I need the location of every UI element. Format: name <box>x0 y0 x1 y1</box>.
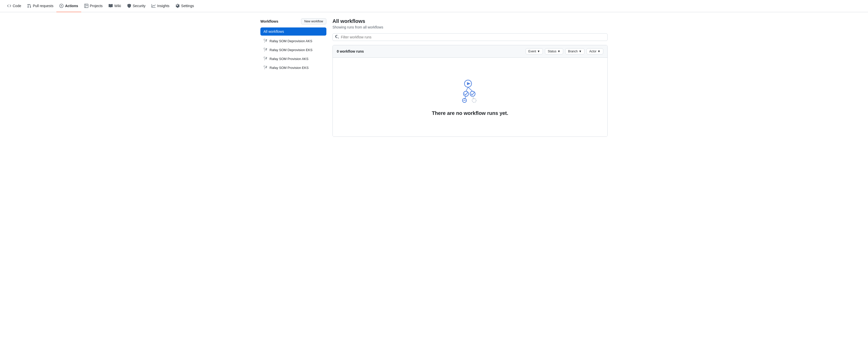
sidebar: Workflows New workflow All workflows Raf… <box>260 18 327 137</box>
search-input[interactable] <box>333 33 608 41</box>
branch-chevron-icon: ▼ <box>579 50 582 53</box>
filter-event-label: Event <box>528 50 536 53</box>
top-nav: Code Pull requests Actions Projects <box>0 0 868 12</box>
book-icon <box>108 4 113 8</box>
nav-label-security: Security <box>133 4 146 8</box>
filter-status-label: Status <box>548 50 556 53</box>
table-header: 0 workflow runs Event ▼ Status ▼ Branch … <box>333 45 607 58</box>
page-title: All workflows <box>333 18 608 24</box>
nav-item-settings[interactable]: Settings <box>173 0 197 12</box>
empty-state: There are no workflow runs yet. <box>333 58 607 137</box>
event-chevron-icon: ▼ <box>537 50 540 53</box>
gear-icon <box>176 4 180 8</box>
nav-item-insights[interactable]: Insights <box>149 0 172 12</box>
shield-icon <box>127 4 131 8</box>
new-workflow-button[interactable]: New workflow <box>301 18 327 24</box>
play-icon <box>59 4 63 8</box>
sidebar-title: Workflows <box>260 19 278 23</box>
svg-marker-1 <box>467 82 470 85</box>
nav-label-actions: Actions <box>65 4 78 8</box>
workflow-icon-deprovision-aks <box>264 39 268 44</box>
actor-chevron-icon: ▼ <box>597 50 600 53</box>
filter-status-button[interactable]: Status ▼ <box>545 48 563 54</box>
sidebar-item-deprovision-eks[interactable]: Rafay SOM Deprovision EKS <box>260 46 327 54</box>
sidebar-item-all-workflows[interactable]: All workflows <box>260 27 327 35</box>
sidebar-header: Workflows New workflow <box>260 18 327 24</box>
code-icon <box>7 4 11 8</box>
filter-branch-label: Branch <box>568 50 578 53</box>
workflow-runs-count: 0 workflow runs <box>337 49 364 53</box>
search-container <box>333 33 608 41</box>
filter-branch-button[interactable]: Branch ▼ <box>565 48 585 54</box>
nav-item-projects[interactable]: Projects <box>81 0 106 12</box>
sidebar-item-provision-aks[interactable]: Rafay SOM Provision AKS <box>260 54 327 63</box>
table-icon <box>84 4 88 8</box>
nav-label-wiki: Wiki <box>114 4 121 8</box>
filter-actor-label: Actor <box>589 50 596 53</box>
sidebar-item-deprovision-aks[interactable]: Rafay SOM Deprovision AKS <box>260 37 327 46</box>
main-content: All workflows Showing runs from all work… <box>333 18 608 137</box>
empty-state-text: There are no workflow runs yet. <box>432 110 508 116</box>
workflow-icon-provision-aks <box>264 56 268 61</box>
nav-label-pull-requests: Pull requests <box>33 4 53 8</box>
workflow-icon-provision-eks <box>264 65 268 70</box>
workflow-icon-deprovision-eks <box>264 48 268 52</box>
sidebar-label-deprovision-eks: Rafay SOM Deprovision EKS <box>270 48 312 52</box>
graph-icon <box>152 4 156 8</box>
svg-line-2 <box>466 87 468 91</box>
nav-label-insights: Insights <box>157 4 169 8</box>
nav-item-actions[interactable]: Actions <box>56 0 81 12</box>
filter-buttons: Event ▼ Status ▼ Branch ▼ Actor ▼ <box>526 48 603 54</box>
main-container: Workflows New workflow All workflows Raf… <box>256 12 612 143</box>
workflows-table: 0 workflow runs Event ▼ Status ▼ Branch … <box>333 45 608 137</box>
sidebar-label-deprovision-aks: Rafay SOM Deprovision AKS <box>270 39 312 43</box>
page-subtitle: Showing runs from all workflows <box>333 25 608 29</box>
filter-event-button[interactable]: Event ▼ <box>526 48 543 54</box>
nav-item-pull-requests[interactable]: Pull requests <box>24 0 56 12</box>
search-icon <box>335 35 339 40</box>
empty-state-icon <box>457 78 483 104</box>
status-chevron-icon: ▼ <box>557 50 560 53</box>
nav-item-security[interactable]: Security <box>124 0 149 12</box>
nav-label-projects: Projects <box>90 4 103 8</box>
nav-item-wiki[interactable]: Wiki <box>105 0 124 12</box>
svg-line-3 <box>468 87 472 91</box>
sidebar-label-provision-aks: Rafay SOM Provision AKS <box>270 57 308 61</box>
nav-label-settings: Settings <box>181 4 194 8</box>
nav-item-code[interactable]: Code <box>4 0 24 12</box>
nav-label-code: Code <box>13 4 21 8</box>
pull-request-icon <box>27 4 31 8</box>
sidebar-label-provision-eks: Rafay SOM Provision EKS <box>270 66 309 69</box>
filter-actor-button[interactable]: Actor ▼ <box>587 48 603 54</box>
sidebar-item-provision-eks[interactable]: Rafay SOM Provision EKS <box>260 63 327 72</box>
